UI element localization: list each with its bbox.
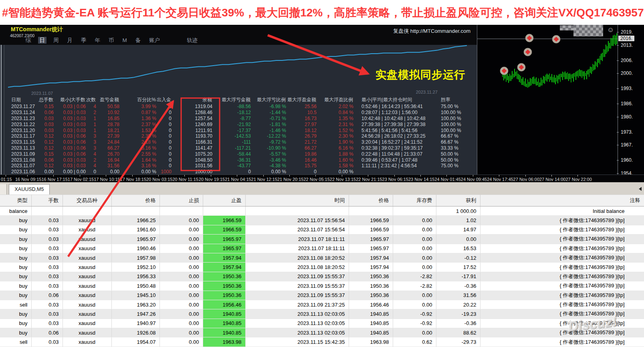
trade-row-7[interactable]: buy0.03xauusd1956.330.001950.362023.11.0… [0,272,644,281]
axis-tick [473,175,473,177]
trade-row-1[interactable]: buy0.03xauusd1966.250.001966.592023.11.0… [0,216,644,225]
promo-title: #智能趋势黄金-EA 账号运行11个交易日收益39%，最大回撤12%，高胜率策略… [2,5,644,20]
time-label: 24 Nov 17:45 [487,177,513,182]
axis-tick [368,175,368,177]
stats-row-2023.11.13[interactable]: 2023.11.130.120.03 | 0.06366.276.16 %011… [0,145,477,151]
smiley-icon[interactable]: ☺ [607,26,614,34]
price-label: 1980. [621,114,633,120]
trades-col-header[interactable]: 止损 [159,195,203,207]
menu-item-备[interactable]: 备 [134,37,143,44]
time-label: 27 Nov 06:00 [513,177,539,182]
stats-col-header: 次数 [86,96,96,104]
trades-col-header[interactable]: 手数 [31,195,63,207]
menu-item-币[interactable]: 币 [107,37,116,44]
menu-item-账户[interactable]: 账户 [147,37,162,44]
menu-item-轨迹[interactable]: 轨迹 [185,37,199,44]
menu-item-周[interactable]: 周 [52,37,61,44]
time-label: 01:15 [1,177,12,182]
trade-row-5[interactable]: buy0.03xauusd1957.980.001957.942023.11.0… [0,253,644,262]
axis-tick [263,175,264,177]
time-label: 23 Nov 06:15 [382,177,408,182]
trade-row-4[interactable]: buy0.03xauusd1960.460.001965.972023.11.0… [0,244,644,253]
trades-col-header[interactable]: 止盈 [203,195,245,207]
stats-row-2023.11.24[interactable]: 2023.11.240.060.03 | 0.03210.920.87 %012… [0,110,477,116]
time-label: 21 Nov 12:15 [251,177,277,182]
trade-marker-icon [500,67,508,75]
stats-row-2023.11.17[interactable]: 2023.11.170.120.03 | 0.06327.392.35 %011… [0,133,477,139]
axis-tick [315,175,316,177]
stats-row-2023.11.23[interactable]: 2023.11.230.030.03 | 0.03116.851.36 %012… [0,116,477,122]
tab-xauusd-m5[interactable]: XAUUSD,M5 [9,184,50,195]
trades-col-header[interactable]: 交易品种 [63,195,111,207]
period-menu: 综日周月季年币M备账户轨迹 [24,37,199,44]
price-label: 1986. [621,101,633,106]
stats-col-header: 百分比% [119,96,156,104]
trade-row-12[interactable]: buy0.03xauusd1940.970.001940.852023.11.1… [0,319,644,328]
tab-strip: XAUUSD,M5 [0,182,644,195]
sync-annotation: 实盘模拟同步运行 [375,68,465,82]
chart-start-date: 2023.11.07 [31,91,53,96]
trades-col-header[interactable]: 价格 [111,195,159,207]
time-label: 16 Nov 09:15 [15,177,41,182]
stats-col-header: 最大浮亏比例 [251,96,286,104]
trades-col-header[interactable]: 注释 [480,195,644,207]
censored-block [573,25,603,36]
trades-col-header[interactable]: 时间 [245,195,349,207]
tab-scroll-left-icon[interactable] [639,187,642,191]
axis-tick [394,175,395,177]
trades-col-header[interactable]: 库存费 [393,195,436,207]
axis-tick [184,175,185,177]
menu-item-日[interactable]: 日 [38,37,47,44]
trade-row-2[interactable]: buy0.03xauusd1961.600.001966.592023.11.0… [0,225,644,234]
trade-row-6[interactable]: buy0.03xauusd1952.100.001957.942023.11.0… [0,263,644,272]
menu-item-M[interactable]: M [121,37,129,44]
trade-row-9[interactable]: buy0.06xauusd1945.100.001950.362023.11.0… [0,291,644,300]
trades-col-header[interactable]: 价格 [349,195,393,207]
stats-row-2023.11.08[interactable]: 2023.11.080.060.03 | 0.03216.941.64 %010… [0,157,477,163]
price-label: 2019. [621,29,633,35]
axis-tick [525,175,526,177]
price-label: 1967. [621,142,633,148]
time-label: 17 Nov 18:15 [120,177,146,182]
time-label: 22 Nov 21:15 [356,177,382,182]
time-label: 27 Nov 14:00 [539,177,565,182]
axis-tick [551,175,552,177]
trades-col-header[interactable]: 类型 [0,195,31,207]
brand-link[interactable]: 复盘侠 http://MTCommander.com [393,28,470,35]
trade-row-13[interactable]: buy0.06xauusd1926.080.001940.852023.11.1… [0,328,644,337]
mtcommander-stats-window: MTCommander统计 462007.23/00 复盘侠 http://MT… [0,25,477,175]
trade-row-8[interactable]: buy0.03xauusd1950.480.001950.362023.11.0… [0,281,644,291]
trades-col-header[interactable]: 获利 [436,195,480,207]
price-label: 2013. [621,42,633,48]
balance-row[interactable]: balance1 000.00Initial balance [0,207,644,216]
trade-row-10[interactable]: sell0.03xauusd1963.200.001956.462023.11.… [0,300,644,309]
stats-row-2023.11.15[interactable]: 2023.11.150.120.03 | 0.06324.842.18 %011… [0,139,477,145]
trade-row-11[interactable]: buy0.03xauusd1947.260.001940.852023.11.1… [0,309,644,319]
axis-tick [499,175,499,177]
stats-row-2023.11.06[interactable]: 2023.11.060.000.00 | 0.0000.000.00 %1000… [0,169,477,175]
stats-row-2023.11.07[interactable]: 2023.11.070.120.03 | 0.03431.563.16 %010… [0,163,477,169]
trade-row-3[interactable]: buy0.03xauusd1965.970.001965.972023.11.0… [0,235,644,244]
stats-table-body: 2023.11.270.150.03 | 0.06450.583.99 %013… [0,104,477,175]
time-axis: 01:1516 Nov 09:1516 Nov 17:1517 Nov 02:1… [0,175,644,183]
menu-item-季[interactable]: 季 [79,37,88,44]
menu-item-年[interactable]: 年 [93,37,102,44]
trade-history-panel: XAUUSD,M5 类型手数交易品种价格止损止盈时间价格库存费获利注释 bala… [0,182,644,347]
stats-row-2023.11.22[interactable]: 2023.11.220.030.03 | 0.03128.782.37 %012… [0,121,477,127]
menu-item-月[interactable]: 月 [66,37,75,44]
price-label: 2006. [621,58,633,63]
price-label: 1993. [621,86,633,91]
stats-row-2023.11.20[interactable]: 2023.11.200.030.03 | 0.03118.211.53 %012… [0,127,477,133]
menu-item-综[interactable]: 综 [24,37,33,44]
stats-row-2023.11.09[interactable]: 2023.11.090.150.03 | 0.06426.702.55 %010… [0,151,477,157]
price-label: 2000. [621,70,633,76]
axis-tick [80,175,80,177]
trade-row-14[interactable]: sell0.03xauusd1954.070.001963.982023.11.… [0,337,644,347]
axis-tick [158,175,159,177]
trades-table-header: 类型手数交易品种价格止损止盈时间价格库存费获利注释 [0,195,644,207]
stats-col-header: 胜率 [436,96,477,104]
price-label: 2016. [618,36,634,41]
axis-tick [6,175,6,177]
stats-row-2023.11.27[interactable]: 2023.11.270.150.03 | 0.06450.583.99 %013… [0,104,477,110]
price-axis: 2019.2016.2013.2006.2000.1993.1986.1980.… [618,25,644,175]
